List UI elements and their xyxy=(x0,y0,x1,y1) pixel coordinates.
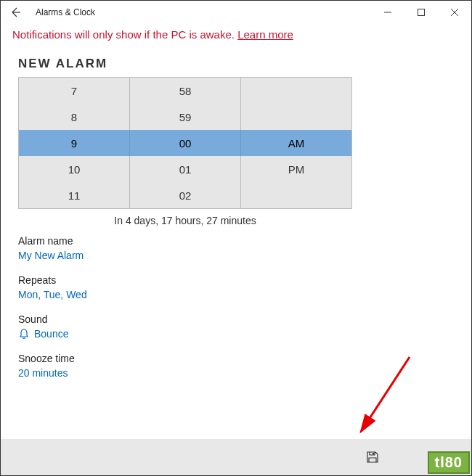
hour-option[interactable]: 11 xyxy=(19,182,130,208)
snooze-label: Snooze time xyxy=(18,353,454,364)
window-title: Alarms & Clock xyxy=(36,7,95,17)
page-title: NEW ALARM xyxy=(18,57,454,71)
minimize-button[interactable] xyxy=(371,1,404,23)
svg-rect-1 xyxy=(373,453,374,455)
time-picker-row[interactable]: 7 58 xyxy=(19,78,351,104)
snooze-field[interactable]: Snooze time 20 minutes xyxy=(18,353,454,379)
sound-value[interactable]: Bounce xyxy=(18,328,454,340)
time-picker-row[interactable]: 11 02 xyxy=(19,182,351,208)
minimize-icon xyxy=(384,9,391,16)
command-bar xyxy=(1,439,471,475)
hour-option[interactable]: 7 xyxy=(19,78,130,104)
window-controls xyxy=(371,1,471,23)
notification-bar: Notifications will only show if the PC i… xyxy=(1,24,471,46)
bell-icon xyxy=(18,328,30,340)
repeats-field[interactable]: Repeats Mon, Tue, Wed xyxy=(18,274,454,300)
time-picker-row[interactable]: 8 59 xyxy=(19,104,351,130)
sound-field[interactable]: Sound Bounce xyxy=(18,313,454,340)
minute-option[interactable]: 02 xyxy=(130,182,241,208)
svg-rect-0 xyxy=(418,9,425,16)
back-arrow-icon xyxy=(9,7,21,18)
ampm-option[interactable] xyxy=(241,104,351,130)
alarm-name-field[interactable]: Alarm name My New Alarm xyxy=(18,235,454,261)
hour-option[interactable]: 8 xyxy=(19,104,130,130)
hour-option[interactable]: 10 xyxy=(19,156,130,182)
repeats-label: Repeats xyxy=(18,274,454,286)
snooze-value[interactable]: 20 minutes xyxy=(18,367,454,379)
alarm-name-label: Alarm name xyxy=(18,235,454,247)
learn-more-link[interactable]: Learn more xyxy=(237,28,293,41)
save-button[interactable] xyxy=(358,443,387,472)
repeats-value[interactable]: Mon, Tue, Wed xyxy=(18,289,454,300)
sound-value-text: Bounce xyxy=(34,328,68,340)
time-picker[interactable]: 7 58 8 59 9 00 AM 10 01 PM 11 02 xyxy=(18,77,352,209)
maximize-icon xyxy=(418,9,425,16)
alarm-name-value[interactable]: My New Alarm xyxy=(18,250,454,261)
ampm-option[interactable] xyxy=(241,78,351,104)
notification-text: Notifications will only show if the PC i… xyxy=(12,28,237,41)
ampm-option[interactable] xyxy=(241,182,351,208)
back-button[interactable] xyxy=(7,4,24,21)
minute-option[interactable]: 01 xyxy=(130,156,241,182)
ampm-option[interactable]: PM xyxy=(241,156,351,182)
titlebar: Alarms & Clock xyxy=(1,1,471,24)
sound-label: Sound xyxy=(18,313,454,325)
time-picker-row-selected[interactable]: 9 00 AM xyxy=(19,130,351,156)
close-button[interactable] xyxy=(438,1,471,23)
ampm-selected[interactable]: AM xyxy=(241,130,351,156)
minute-option[interactable]: 59 xyxy=(130,104,241,130)
save-icon xyxy=(366,451,379,464)
minute-selected[interactable]: 00 xyxy=(130,130,241,156)
hour-selected[interactable]: 9 xyxy=(19,130,130,156)
time-picker-row[interactable]: 10 01 PM xyxy=(19,156,351,182)
close-icon xyxy=(451,9,458,16)
annotation-logo: tl80 xyxy=(428,451,470,474)
maximize-button[interactable] xyxy=(404,1,438,23)
countdown-text: In 4 days, 17 hours, 27 minutes xyxy=(18,209,352,235)
minute-option[interactable]: 58 xyxy=(130,78,241,104)
